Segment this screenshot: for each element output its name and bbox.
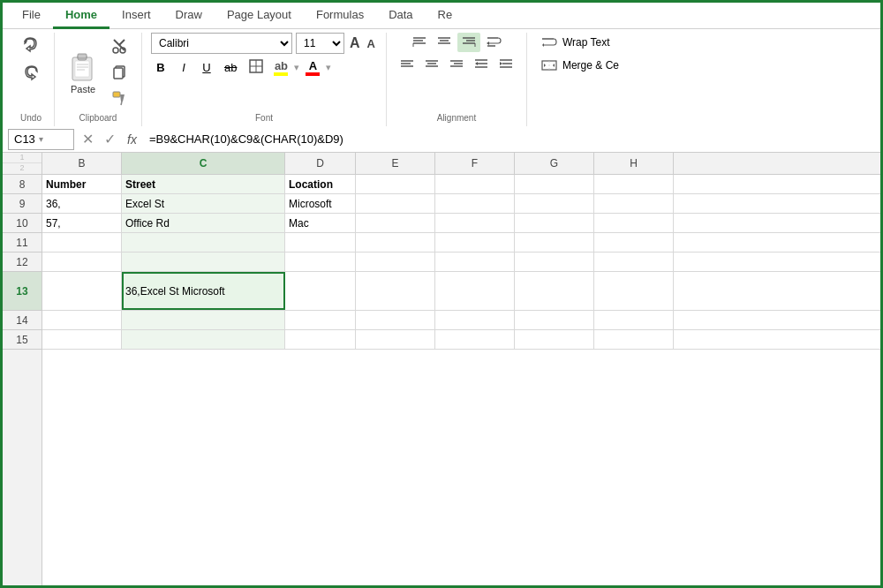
cell-d8[interactable]: Location (285, 175, 356, 193)
italic-button[interactable]: I (174, 59, 193, 76)
row-num-13[interactable]: 13 (3, 272, 42, 311)
row-num-10[interactable]: 10 (3, 214, 42, 233)
col-header-f[interactable]: F (435, 153, 515, 174)
merge-cells-button[interactable]: Merge & Ce (536, 56, 624, 75)
cell-h14[interactable] (594, 311, 674, 329)
cell-g12[interactable] (515, 253, 594, 271)
font-color-button[interactable]: A (303, 58, 322, 77)
cell-h11[interactable] (594, 233, 674, 252)
font-name-select[interactable]: Calibri (151, 33, 292, 54)
cell-c15[interactable] (122, 330, 285, 349)
font-size-decrease[interactable]: A (366, 37, 377, 50)
cell-d10[interactable]: Mac (285, 214, 356, 232)
align-bottom-center-button[interactable] (420, 54, 443, 73)
underline-button[interactable]: U (197, 59, 216, 76)
cell-b11[interactable] (42, 233, 122, 252)
cell-c12[interactable] (122, 253, 285, 271)
cell-c14[interactable] (122, 311, 285, 329)
cell-f9[interactable] (435, 194, 515, 213)
cell-f11[interactable] (435, 233, 515, 252)
row-num-11[interactable]: 11 (3, 233, 42, 253)
cell-f10[interactable] (435, 214, 515, 232)
cell-g13[interactable] (515, 272, 594, 310)
cut-button[interactable] (106, 33, 132, 57)
cell-d9[interactable]: Microsoft (285, 194, 356, 213)
cell-h10[interactable] (594, 214, 674, 232)
col-header-c[interactable]: C (122, 153, 285, 174)
cell-b9[interactable]: 36, (42, 194, 122, 213)
cell-h12[interactable] (594, 253, 674, 271)
cell-d11[interactable] (285, 233, 356, 252)
font-size-select[interactable]: 11 (296, 33, 344, 54)
cell-d15[interactable] (285, 330, 356, 349)
cell-h13[interactable] (594, 272, 674, 310)
cell-c8[interactable]: Street (122, 175, 285, 193)
cell-e13[interactable] (356, 272, 435, 310)
row-num-15[interactable]: 15 (3, 330, 42, 350)
wrap-text-ribbon-button[interactable]: Wrap Text (536, 33, 615, 52)
cell-d12[interactable] (285, 253, 356, 271)
cell-b14[interactable] (42, 311, 122, 329)
cell-e15[interactable] (356, 330, 435, 349)
cell-b15[interactable] (42, 330, 122, 349)
tab-home[interactable]: Home (53, 3, 109, 29)
cell-e10[interactable] (356, 214, 435, 232)
cancel-formula-icon[interactable]: ✕ (79, 130, 96, 148)
cell-b12[interactable] (42, 253, 122, 271)
col-header-d[interactable]: D (285, 153, 356, 174)
cell-d13[interactable] (285, 272, 356, 310)
cell-g10[interactable] (515, 214, 594, 232)
cell-c11[interactable] (122, 233, 285, 252)
cell-g15[interactable] (515, 330, 594, 349)
cell-h9[interactable] (594, 194, 674, 213)
cell-g14[interactable] (515, 311, 594, 329)
cell-c13[interactable]: 36,Excel St Microsoft (122, 272, 285, 310)
cell-c10[interactable]: Office Rd (122, 214, 285, 232)
cell-e14[interactable] (356, 311, 435, 329)
borders-button[interactable] (245, 57, 268, 78)
cell-h8[interactable] (594, 175, 674, 193)
align-top-center-button[interactable] (433, 33, 456, 52)
cell-g9[interactable] (515, 194, 594, 213)
row-num-12[interactable]: 12 (3, 253, 42, 272)
cell-d14[interactable] (285, 311, 356, 329)
cell-b10[interactable]: 57, (42, 214, 122, 232)
tab-file[interactable]: File (10, 3, 53, 29)
align-top-left-button[interactable] (408, 33, 431, 52)
undo-button[interactable] (17, 33, 45, 57)
cell-b8[interactable]: Number (42, 175, 122, 193)
col-header-h[interactable]: H (594, 153, 674, 174)
align-bottom-left-button[interactable] (396, 54, 419, 73)
indent-increase-button[interactable] (494, 54, 517, 73)
bold-button[interactable]: B (151, 59, 170, 76)
cell-f14[interactable] (435, 311, 515, 329)
tab-insert[interactable]: Insert (109, 3, 163, 29)
cell-e12[interactable] (356, 253, 435, 271)
confirm-formula-icon[interactable]: ✓ (102, 130, 118, 148)
highlight-color-button[interactable]: ab (271, 58, 291, 77)
cell-f15[interactable] (435, 330, 515, 349)
indent-decrease-button[interactable] (470, 54, 493, 73)
font-size-increase[interactable]: A (348, 35, 362, 51)
row-num-8[interactable]: 8 (3, 175, 42, 194)
tab-re[interactable]: Re (426, 3, 465, 29)
format-painter-button[interactable] (106, 86, 132, 110)
wrap-text-button[interactable] (482, 33, 505, 52)
tab-data[interactable]: Data (376, 3, 425, 29)
cell-g8[interactable] (515, 175, 594, 193)
copy-button[interactable] (106, 59, 132, 84)
cell-e9[interactable] (356, 194, 435, 213)
cell-reference-box[interactable]: C13 ▾ (8, 129, 74, 150)
cell-b13[interactable] (42, 272, 122, 310)
row-num-14[interactable]: 14 (3, 311, 42, 330)
cell-g11[interactable] (515, 233, 594, 252)
tab-formulas[interactable]: Formulas (304, 3, 376, 29)
align-right-button[interactable] (457, 33, 480, 52)
cell-f8[interactable] (435, 175, 515, 193)
redo-button[interactable] (17, 61, 45, 86)
cell-h15[interactable] (594, 330, 674, 349)
col-header-b[interactable]: B (42, 153, 122, 174)
strikethrough-button[interactable]: ab (220, 59, 241, 76)
cell-e8[interactable] (356, 175, 435, 193)
align-bottom-right-button[interactable] (445, 54, 468, 73)
